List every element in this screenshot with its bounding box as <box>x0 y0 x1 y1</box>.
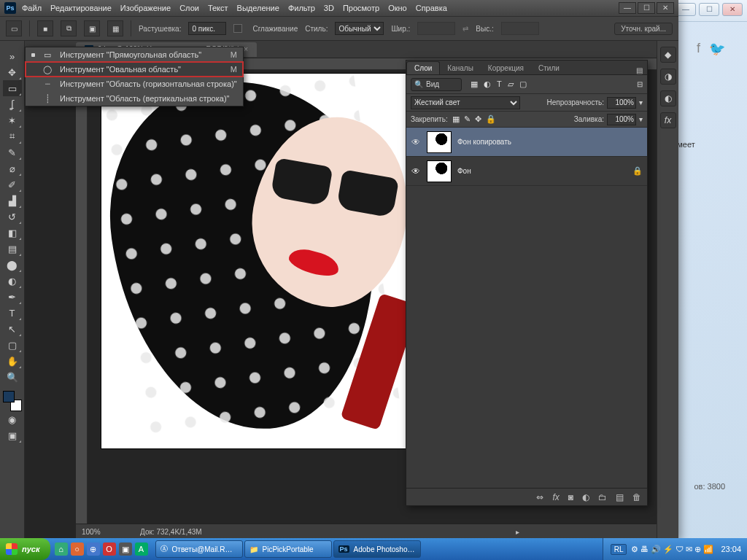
flyout-item-rect[interactable]: ▭ Инструмент "Прямоугольная область" M <box>26 47 243 62</box>
filter-shape-icon[interactable]: ▱ <box>508 79 514 89</box>
layer-thumbnail[interactable] <box>427 160 452 182</box>
doc-size[interactable]: Док: 732,4K/1,43M <box>140 528 202 536</box>
tool-gradient[interactable]: ▤ <box>3 241 22 257</box>
doc-close-icon[interactable]: × <box>244 45 248 53</box>
ruler-vertical[interactable] <box>76 70 88 524</box>
feather-input[interactable] <box>188 22 226 35</box>
statusbar-arrow-icon[interactable]: ▸ <box>516 528 519 536</box>
tool-blur[interactable]: ⬤ <box>3 257 22 273</box>
task-button[interactable]: ⒶОтветы@Mail.R… <box>155 540 243 558</box>
fill-input[interactable] <box>607 114 636 125</box>
facebook-icon[interactable]: f <box>697 41 700 57</box>
tool-marquee[interactable]: ▭ <box>3 80 22 96</box>
layer-row[interactable]: 👁 Фон 🔒 <box>406 157 647 186</box>
layer-row[interactable]: 👁 Фон копировать <box>406 128 647 157</box>
bg-close-icon[interactable]: ✕ <box>722 3 743 16</box>
tool-eyedropper[interactable]: ✎ <box>3 144 22 160</box>
tool-magic-wand[interactable]: ✶ <box>3 112 22 128</box>
menu-select[interactable]: Выделение <box>237 4 279 12</box>
dock-color-icon[interactable]: ◑ <box>660 69 676 85</box>
ps-maximize-icon[interactable]: ☐ <box>638 2 655 14</box>
menu-filter[interactable]: Фильтр <box>288 4 315 12</box>
delete-layer-icon[interactable]: 🗑 <box>632 492 641 502</box>
flyout-item-ellipse[interactable]: ◯ Инструмент "Овальная область" M <box>26 62 243 77</box>
tool-pen[interactable]: ✒ <box>3 289 22 305</box>
tool-brush[interactable]: ✐ <box>3 176 22 192</box>
zoom-level[interactable]: 100% <box>82 528 118 536</box>
tool-move[interactable]: ✥ <box>3 64 22 80</box>
tool-screenmode[interactable]: ▣ <box>3 427 22 443</box>
flyout-item-column[interactable]: ┊ Инструмент "Область (вертикальная стро… <box>26 91 243 106</box>
menu-window[interactable]: Окно <box>388 4 407 12</box>
tool-history-brush[interactable]: ↺ <box>3 209 22 225</box>
lock-position-icon[interactable]: ✥ <box>475 114 481 124</box>
tool-shape[interactable]: ▢ <box>3 337 22 353</box>
tool-eraser[interactable]: ◧ <box>3 225 22 241</box>
panel-menu-icon[interactable]: ▤ <box>632 66 647 74</box>
layer-thumbnail[interactable] <box>427 131 452 153</box>
lock-all-icon[interactable]: 🔒 <box>486 114 496 124</box>
refine-edge-button[interactable]: Уточн. край... <box>614 23 673 35</box>
ps-titlebar[interactable]: Ps Файл Редактирование Изображение Слои … <box>0 0 678 16</box>
bg-min-icon[interactable]: — <box>676 3 696 16</box>
flyout-item-row[interactable]: ┈ Инструмент "Область (горизонтальная ст… <box>26 77 243 91</box>
clock[interactable]: 23:04 <box>721 545 741 553</box>
color-swatches[interactable] <box>3 391 22 411</box>
filter-adjust-icon[interactable]: ◐ <box>484 79 491 89</box>
tool-path-select[interactable]: ↖ <box>3 321 22 337</box>
menu-3d[interactable]: 3D <box>324 4 334 12</box>
dock-adjustments-icon[interactable]: ◐ <box>660 90 676 106</box>
ql-icon[interactable]: A <box>135 542 148 556</box>
tab-styles[interactable]: Стили <box>531 62 567 74</box>
layers-panel[interactable]: Слои Каналы Коррекция Стили ▤ 🔍 Вид ▦ ◐ … <box>406 60 648 506</box>
tab-layers[interactable]: Слои <box>406 61 440 74</box>
ql-icon[interactable]: ⊕ <box>87 542 100 556</box>
menu-image[interactable]: Изображение <box>120 4 171 12</box>
filter-smart-icon[interactable]: ▢ <box>519 79 527 89</box>
selection-new-icon[interactable]: ■ <box>37 20 53 36</box>
tool-healing[interactable]: ⌀ <box>3 160 22 176</box>
tool-zoom[interactable]: 🔍 <box>3 369 22 385</box>
style-select[interactable]: Обычный <box>335 22 384 35</box>
ps-minimize-icon[interactable]: — <box>619 2 636 14</box>
blend-mode-select[interactable]: Жесткий свет <box>411 96 520 109</box>
tray-icon[interactable]: 📶 <box>703 545 713 554</box>
dock-layers-icon[interactable]: ◆ <box>660 47 676 63</box>
menu-view[interactable]: Просмотр <box>343 4 379 12</box>
selection-intersect-icon[interactable]: ▦ <box>107 20 123 36</box>
canvas[interactable] <box>101 73 429 449</box>
menu-type[interactable]: Текст <box>208 4 228 12</box>
opacity-input[interactable] <box>607 97 636 109</box>
new-layer-icon[interactable]: ▤ <box>616 492 624 502</box>
ql-icon[interactable]: ▣ <box>119 542 132 556</box>
task-button[interactable]: 📁PicPickPortable <box>244 540 332 558</box>
lock-pixels-icon[interactable]: ✎ <box>464 114 471 124</box>
ql-icon[interactable]: ○ <box>71 542 84 556</box>
tray-icon[interactable]: ⚙ <box>631 545 638 554</box>
language-indicator[interactable]: RL <box>611 544 627 555</box>
selection-add-icon[interactable]: ⧉ <box>61 20 77 36</box>
tool-hand[interactable]: ✋ <box>3 353 22 369</box>
bg-max-icon[interactable]: ☐ <box>699 3 719 16</box>
lock-transparency-icon[interactable]: ▦ <box>452 114 460 124</box>
layer-name[interactable]: Фон копировать <box>457 138 643 146</box>
tray-icon[interactable]: 🛡 <box>676 545 684 554</box>
tool-dodge[interactable]: ◐ <box>3 273 22 289</box>
swap-wh-icon[interactable]: ⇄ <box>462 25 468 33</box>
menu-file[interactable]: Файл <box>22 4 42 12</box>
layer-name[interactable]: Фон <box>457 167 627 175</box>
menu-edit[interactable]: Редактирование <box>50 4 112 12</box>
tray-icon[interactable]: 🖶 <box>640 545 649 554</box>
twitter-icon[interactable]: 🐦 <box>709 41 725 57</box>
tray-icon[interactable]: ⊕ <box>694 545 701 554</box>
foreground-color-swatch[interactable] <box>3 391 15 402</box>
menu-layers[interactable]: Слои <box>179 4 199 12</box>
task-button[interactable]: PsAdobe Photosho… <box>333 540 421 558</box>
selection-subtract-icon[interactable]: ▣ <box>84 20 100 36</box>
antialias-checkbox[interactable] <box>233 24 242 33</box>
layer-filter-select[interactable]: 🔍 Вид <box>411 78 462 91</box>
visibility-icon[interactable]: 👁 <box>411 166 421 176</box>
start-button[interactable]: пуск <box>0 538 50 560</box>
tool-crop[interactable]: ⌗ <box>3 128 22 144</box>
ql-icon[interactable]: O <box>103 542 116 556</box>
